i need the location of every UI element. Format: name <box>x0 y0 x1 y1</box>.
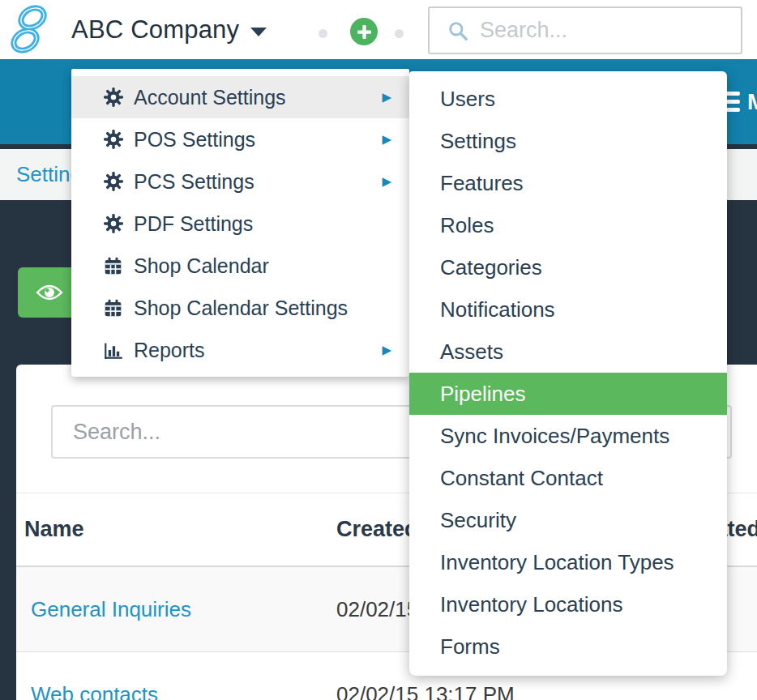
account-settings-submenu: Users Settings Features Roles Categories… <box>409 71 727 676</box>
menu-item-label: POS Settings <box>134 128 255 152</box>
submenu-item-security[interactable]: Security <box>409 499 727 541</box>
row-created-date: 02/02/15 13:17 PM <box>328 682 673 700</box>
gear-icon <box>104 172 123 191</box>
submenu-item-notifications[interactable]: Notifications <box>409 288 727 331</box>
add-button[interactable] <box>350 18 378 45</box>
menu-item-label: Shop Calendar Settings <box>134 297 348 320</box>
eye-icon <box>36 283 63 302</box>
app-logo-icon[interactable] <box>8 3 50 57</box>
menu-item-reports[interactable]: Reports ▶ <box>71 329 409 371</box>
menu-toggle-label: Menu <box>747 89 757 115</box>
menu-item-shop-calendar[interactable]: Shop Calendar <box>71 245 409 287</box>
column-header-name: Name <box>16 517 328 542</box>
chevron-down-icon <box>250 28 267 36</box>
submenu-item-users[interactable]: Users <box>409 78 727 120</box>
menu-item-label: PDF Settings <box>134 212 253 236</box>
bar-chart-icon <box>104 340 123 360</box>
submenu-item-forms[interactable]: Forms <box>409 625 727 668</box>
global-search-box <box>428 6 742 54</box>
submenu-item-categories[interactable]: Categories <box>409 246 727 288</box>
submenu-item-features[interactable]: Features <box>409 162 727 204</box>
top-header: ABC Company <box>0 0 757 59</box>
dot-indicator <box>395 29 404 38</box>
submenu-arrow-icon: ▶ <box>382 174 391 189</box>
submenu-arrow-icon: ▶ <box>382 132 391 147</box>
row-link-web-contacts[interactable]: Web contacts <box>31 682 158 700</box>
menu-item-shop-calendar-settings[interactable]: Shop Calendar Settings <box>71 287 409 329</box>
company-dropdown-menu: Account Settings ▶ POS Settings ▶ PCS Se… <box>71 69 409 377</box>
menu-item-pdf-settings[interactable]: PDF Settings <box>71 203 409 245</box>
dot-indicator <box>319 29 327 38</box>
menu-item-label: PCS Settings <box>134 170 254 194</box>
menu-item-pos-settings[interactable]: POS Settings ▶ <box>71 118 409 160</box>
menu-item-label: Account Settings <box>134 86 286 109</box>
menu-item-account-settings[interactable]: Account Settings ▶ <box>71 76 409 118</box>
submenu-item-constant-contact[interactable]: Constant Contact <box>409 457 727 499</box>
submenu-item-sync-invoices-payments[interactable]: Sync Invoices/Payments <box>409 415 727 457</box>
menu-item-label: Shop Calendar <box>134 254 269 278</box>
submenu-item-inventory-locations[interactable]: Inventory Locations <box>409 583 727 625</box>
company-name: ABC Company <box>71 15 239 45</box>
calendar-icon <box>104 298 123 318</box>
menu-item-pcs-settings[interactable]: PCS Settings ▶ <box>71 160 409 203</box>
plus-icon <box>357 25 371 39</box>
submenu-item-inventory-location-types[interactable]: Inventory Location Types <box>409 541 727 583</box>
submenu-item-settings[interactable]: Settings <box>409 120 727 162</box>
menu-item-label: Reports <box>134 339 205 362</box>
submenu-item-assets[interactable]: Assets <box>409 331 727 373</box>
search-icon <box>447 20 468 41</box>
calendar-icon <box>104 256 123 275</box>
gear-icon <box>104 214 123 233</box>
app-screen: ABC Company Menu Settings <box>0 0 757 700</box>
submenu-arrow-icon: ▶ <box>382 343 391 357</box>
submenu-item-pipelines[interactable]: Pipelines <box>409 373 727 415</box>
global-search-input[interactable] <box>478 17 757 44</box>
gear-icon <box>104 88 123 107</box>
row-link-general-inquiries[interactable]: General Inquiries <box>31 597 191 621</box>
gear-icon <box>104 130 123 149</box>
submenu-item-roles[interactable]: Roles <box>409 204 727 246</box>
company-dropdown-trigger[interactable]: ABC Company <box>71 0 267 59</box>
submenu-arrow-icon: ▶ <box>382 90 391 105</box>
